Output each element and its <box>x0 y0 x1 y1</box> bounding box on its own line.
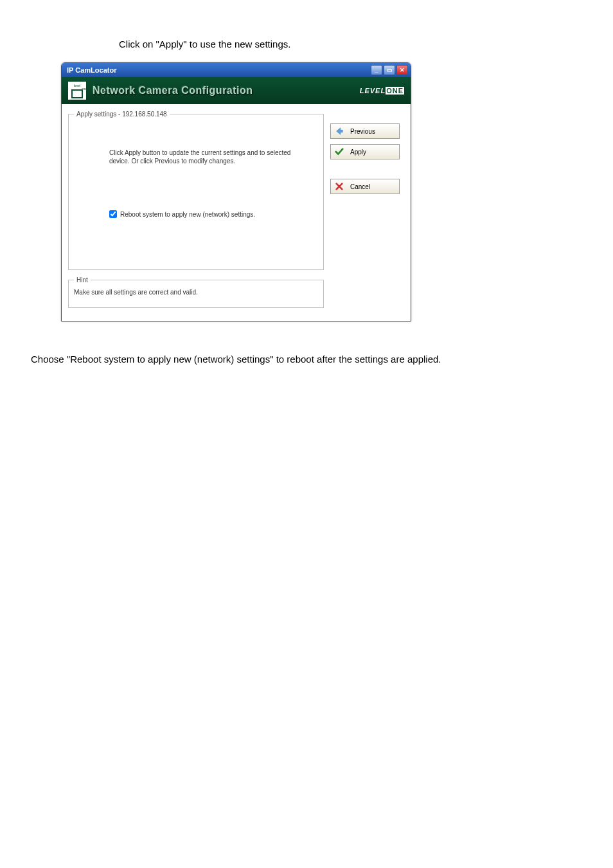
reboot-checkbox-label: Reboot system to apply new (network) set… <box>120 211 255 218</box>
previous-button[interactable]: Previous <box>330 123 400 139</box>
header-title: Network Camera Configuration <box>93 85 360 96</box>
x-icon <box>335 182 344 191</box>
maximize-button[interactable]: ▭ <box>384 65 395 75</box>
window-controls: _ ▭ ✕ <box>371 65 408 75</box>
arrow-left-icon <box>335 127 344 136</box>
app-window: IP CamLocator _ ▭ ✕ level Network Camera… <box>61 62 411 321</box>
outro-text: Choose "Reboot system to apply new (netw… <box>31 354 587 365</box>
apply-instruction-text: Click Apply button to update the current… <box>109 149 305 165</box>
titlebar: IP CamLocator _ ▭ ✕ <box>62 63 411 77</box>
apply-button[interactable]: Apply <box>330 144 400 159</box>
apply-legend: Apply settings - 192.168.50.148 <box>74 111 170 118</box>
hint-text: Make sure all settings are correct and v… <box>74 289 318 296</box>
check-icon <box>335 147 344 156</box>
header-banner: level Network Camera Configuration LEVEL… <box>62 77 411 104</box>
left-column: Apply settings - 192.168.50.148 Click Ap… <box>68 111 324 314</box>
logo-box <box>71 89 83 98</box>
brand-suffix: ONE <box>386 87 404 95</box>
reboot-checkbox-row: Reboot system to apply new (network) set… <box>109 210 318 218</box>
close-button[interactable]: ✕ <box>396 65 408 75</box>
intro-text: Click on "Apply" to use the new settings… <box>119 39 587 50</box>
hint-legend: Hint <box>74 276 91 284</box>
window-body: Apply settings - 192.168.50.148 Click Ap… <box>62 104 411 321</box>
hint-fieldset: Hint Make sure all settings are correct … <box>68 276 324 308</box>
brand-text: LEVELONE <box>360 87 404 95</box>
apply-button-label: Apply <box>350 149 366 156</box>
cancel-button[interactable]: Cancel <box>330 179 400 194</box>
brand-prefix: LEVEL <box>360 87 386 95</box>
right-column: Previous Apply Cancel <box>330 111 404 314</box>
window-title: IP CamLocator <box>64 66 116 74</box>
minimize-button[interactable]: _ <box>371 65 382 75</box>
apply-settings-fieldset: Apply settings - 192.168.50.148 Click Ap… <box>68 111 324 270</box>
reboot-checkbox[interactable] <box>109 210 117 218</box>
brand-logo: level <box>68 82 86 100</box>
cancel-button-label: Cancel <box>350 183 370 190</box>
previous-button-label: Previous <box>350 128 375 135</box>
